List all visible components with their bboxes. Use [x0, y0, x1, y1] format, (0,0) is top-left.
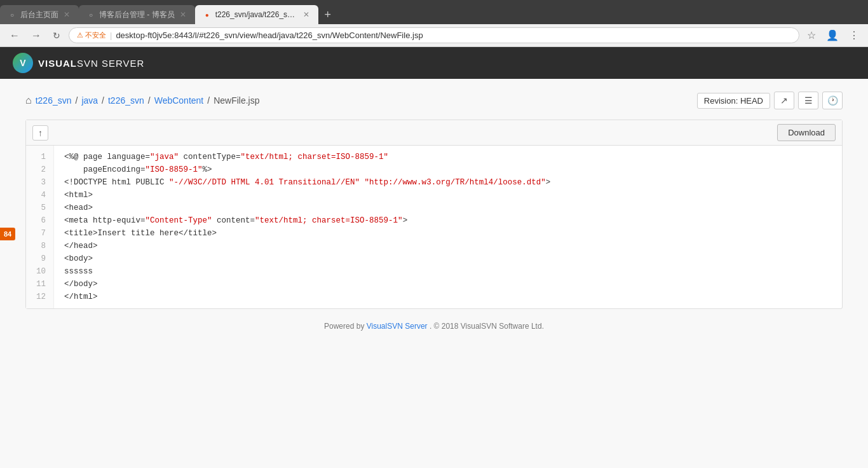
main-content: ⌂ t226_svn / java / t226_svn / WebConten…	[0, 79, 868, 468]
forward-button[interactable]: →	[28, 29, 44, 43]
tab-3-close[interactable]: ✕	[302, 9, 311, 20]
footer-link[interactable]: VisualSVN Server	[367, 322, 428, 331]
browser-chrome: ○ 后台主页面 ✕ ○ 博客后台管理 - 博客员 ✕ ● t226_svn/ja…	[0, 0, 868, 47]
breadcrumb-newfile: NewFile.jsp	[214, 95, 259, 106]
address-bar: ← → ↻ ⚠ 不安全 | desktop-ft0jv5e:8443/l/#t2…	[0, 24, 868, 47]
warning-triangle-icon: ⚠	[77, 31, 83, 39]
breadcrumb-t226-svn-2[interactable]: t226_svn	[108, 95, 144, 106]
external-link-button[interactable]: ↗	[774, 92, 794, 109]
code-line-6: <meta http-equiv="Content-Type" content=…	[64, 214, 832, 227]
toolbar-left: ↑	[32, 125, 48, 141]
tab-1[interactable]: ○ 后台主页面 ✕	[0, 5, 79, 24]
list-view-button[interactable]: ☰	[798, 92, 818, 109]
code-line-7: <title>Insert title here</title>	[64, 227, 832, 240]
code-line-2: pageEncoding="ISO-8859-1"%>	[64, 163, 832, 176]
logo-icon: V	[13, 53, 33, 73]
code-container: 1 2 3 4 5 6 7 8 9 10 11 12 <%@ page lang…	[26, 146, 842, 308]
tab-3-title: t226_svn/java/t226_svn/WebC	[215, 10, 298, 19]
breadcrumb-sep-4: /	[207, 95, 210, 106]
revision-box: Revision: HEAD	[697, 93, 770, 109]
code-line-10: ssssss	[64, 265, 832, 278]
breadcrumb-webcontent[interactable]: WebContent	[154, 95, 204, 106]
file-toolbar: ↑ Download	[26, 120, 842, 146]
logo-text: VISUALSVN SERVER	[38, 58, 144, 69]
home-icon[interactable]: ⌂	[25, 95, 32, 106]
breadcrumb-sep-3: /	[148, 95, 151, 106]
tab-3-favicon: ●	[203, 10, 212, 19]
tab-bar: ○ 后台主页面 ✕ ○ 博客后台管理 - 博客员 ✕ ● t226_svn/ja…	[0, 0, 868, 24]
tab-1-close[interactable]: ✕	[62, 9, 71, 20]
tab-2-favicon: ○	[86, 10, 95, 19]
revision-label: Revision:	[704, 96, 738, 106]
breadcrumb-bar: ⌂ t226_svn / java / t226_svn / WebConten…	[25, 92, 843, 109]
breadcrumb-t226-svn[interactable]: t226_svn	[36, 95, 72, 106]
menu-icon[interactable]: ⋮	[846, 28, 862, 43]
url-bar[interactable]: ⚠ 不安全 | desktop-ft0jv5e:8443/l/#t226_svn…	[69, 27, 799, 43]
back-button[interactable]: ←	[6, 29, 23, 43]
revision-value: HEAD	[740, 96, 763, 106]
code-line-1: <%@ page language="java" contentType="te…	[64, 151, 832, 163]
file-viewer: ↑ Download 1 2 3 4 5 6 7 8 9 10 11 12 <%…	[25, 120, 843, 309]
code-line-3: <!DOCTYPE html PUBLIC "-//W3C//DTD HTML …	[64, 176, 832, 189]
code-line-9: <body>	[64, 252, 832, 265]
tab-1-favicon: ○	[8, 10, 17, 19]
profile-icon[interactable]: 👤	[824, 28, 841, 43]
bookmark-star-icon[interactable]: ☆	[804, 28, 818, 43]
security-warning: ⚠ 不安全	[77, 31, 106, 40]
tab-2-title: 博客后台管理 - 博客员	[99, 10, 175, 20]
download-button[interactable]: Download	[777, 124, 836, 141]
footer-powered-by: Powered by	[324, 322, 364, 331]
tab-2-close[interactable]: ✕	[179, 9, 187, 20]
code-line-11: </body>	[64, 278, 832, 291]
code-line-8: </head>	[64, 240, 832, 252]
tab-2[interactable]: ○ 博客后台管理 - 博客员 ✕	[79, 5, 195, 24]
tab-3[interactable]: ● t226_svn/java/t226_svn/WebC ✕	[195, 5, 318, 24]
code-line-4: <html>	[64, 189, 832, 202]
breadcrumb-sep-1: /	[76, 95, 78, 106]
refresh-button[interactable]: ↻	[50, 29, 64, 42]
breadcrumb-java[interactable]: java	[81, 95, 98, 106]
footer-suffix: . © 2018 VisualSVN Software Ltd.	[430, 322, 544, 331]
new-tab-button[interactable]: +	[318, 5, 337, 24]
code-line-12: </html>	[64, 291, 832, 303]
notification-badge: 84	[0, 228, 15, 240]
history-button[interactable]: 🕐	[822, 92, 843, 109]
url-divider: |	[110, 31, 112, 40]
tab-1-title: 后台主页面	[20, 10, 58, 20]
app-logo: V VISUALSVN SERVER	[13, 53, 144, 73]
url-text: desktop-ft0jv5e:8443/l/#t226_svn/view/he…	[116, 31, 791, 40]
code-content: <%@ page language="java" contentType="te…	[54, 146, 842, 308]
footer: Powered by VisualSVN Server . © 2018 Vis…	[25, 309, 843, 343]
up-directory-button[interactable]: ↑	[32, 125, 48, 141]
app-header: V VISUALSVN SERVER	[0, 47, 868, 79]
security-text: 不安全	[85, 31, 106, 40]
breadcrumb-actions: Revision: HEAD ↗ ☰ 🕐	[697, 92, 843, 109]
line-numbers: 1 2 3 4 5 6 7 8 9 10 11 12	[26, 146, 54, 308]
breadcrumb-sep-2: /	[102, 95, 104, 106]
code-line-5: <head>	[64, 202, 832, 214]
